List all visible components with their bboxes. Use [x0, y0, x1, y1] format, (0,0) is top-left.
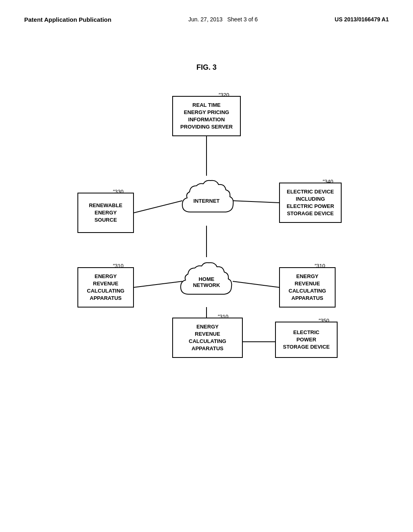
- ref-320: ″320: [219, 92, 229, 98]
- svg-line-4: [134, 281, 182, 287]
- ref-310-bottom: ″310: [218, 314, 228, 320]
- svg-line-3: [233, 201, 279, 203]
- svg-line-2: [134, 201, 182, 213]
- header-date-sheet: Jun. 27, 2013 Sheet 3 of 6: [188, 16, 258, 23]
- energy-left-box: ENERGY REVENUE CALCULATING APPARATUS: [77, 267, 134, 308]
- svg-line-5: [233, 281, 279, 287]
- header-publication-type: Patent Application Publication: [24, 16, 111, 23]
- internet-cloud: INTERNET: [178, 176, 235, 226]
- renewable-box: RENEWABLE ENERGY SOURCE: [77, 193, 134, 233]
- ref-330: ″330: [113, 189, 123, 195]
- figure-title: FIG. 3: [0, 63, 413, 72]
- electric-storage-box: ELECTRIC POWER STORAGE DEVICE: [275, 322, 338, 358]
- ref-310-right: ″310: [315, 263, 325, 269]
- page-header: Patent Application Publication Jun. 27, …: [0, 0, 413, 31]
- ref-340: ″340: [323, 179, 333, 185]
- header-patent-number: US 2013/0166479 A1: [335, 16, 389, 23]
- server-box: REAL TIME ENERGY PRICING INFORMATION PRO…: [172, 96, 241, 136]
- ref-350: ″350: [319, 318, 329, 324]
- ref-310-left: ″310: [113, 263, 123, 269]
- energy-bottom-box: ENERGY REVENUE CALCULATING APPARATUS: [172, 318, 243, 358]
- energy-right-box: ENERGY REVENUE CALCULATING APPARATUS: [279, 267, 336, 308]
- diagram-area: REAL TIME ENERGY PRICING INFORMATION PRO…: [65, 84, 348, 398]
- home-network-cloud: HOME NETWORK: [177, 257, 236, 307]
- electric-device-box: ELECTRIC DEVICE INCLUDING ELECTRIC POWER…: [279, 183, 342, 223]
